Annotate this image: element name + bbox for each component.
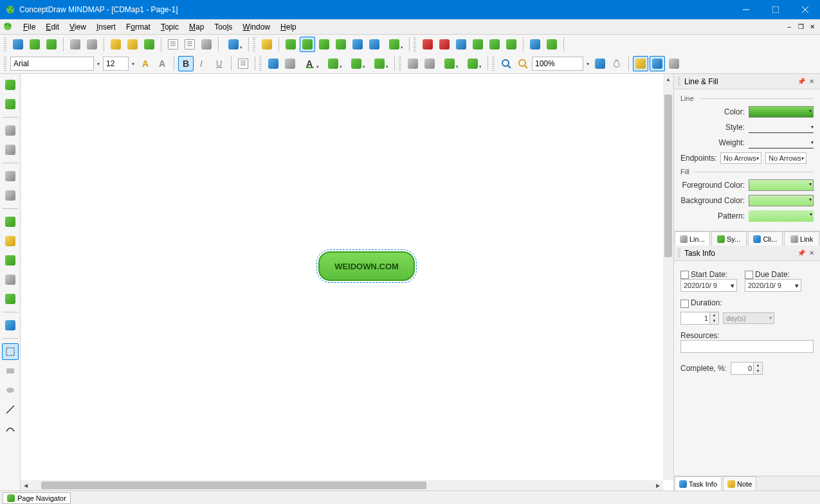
- toolbar-grip[interactable]: [4, 57, 6, 71]
- zoom-out-button[interactable]: [515, 56, 531, 71]
- italic-button[interactable]: I: [195, 56, 210, 71]
- tab-clipart[interactable]: Cli...: [748, 231, 783, 246]
- maximize-button[interactable]: [761, 0, 790, 19]
- save-button[interactable]: [44, 37, 59, 52]
- line-color-button[interactable]: [322, 56, 344, 71]
- export-ppt2-button[interactable]: [437, 37, 452, 52]
- fit-page-button[interactable]: [592, 56, 608, 71]
- sort-button[interactable]: [383, 37, 405, 52]
- start-date-input[interactable]: 2020/10/ 9▾: [680, 279, 737, 292]
- shadow-button[interactable]: [369, 56, 390, 71]
- map-view-button[interactable]: [544, 37, 560, 52]
- relationship-button[interactable]: [462, 56, 484, 71]
- paste-button[interactable]: [182, 37, 197, 52]
- zoom-in-button[interactable]: [498, 56, 514, 71]
- menu-map[interactable]: Map: [184, 20, 209, 34]
- boundary3-button[interactable]: [439, 56, 460, 71]
- pin-icon[interactable]: 📌: [797, 77, 806, 86]
- bold-button[interactable]: B: [178, 56, 194, 71]
- tab-note[interactable]: Note: [723, 476, 756, 491]
- menu-window[interactable]: Window: [237, 20, 275, 34]
- line-weight-selector[interactable]: ▾: [749, 137, 814, 148]
- font-selector[interactable]: Arial: [10, 57, 94, 71]
- tab-line[interactable]: Lin...: [675, 231, 710, 246]
- number-button[interactable]: [367, 37, 382, 52]
- line-tool-button[interactable]: [2, 401, 19, 418]
- add-topic-button[interactable]: [283, 37, 298, 52]
- due-date-input[interactable]: 2020/10/ 9▾: [745, 279, 801, 292]
- panel-close-button[interactable]: ✕: [807, 249, 816, 258]
- auto-arrange-button[interactable]: [316, 37, 332, 52]
- due-date-checkbox[interactable]: [745, 271, 753, 279]
- align-button[interactable]: [235, 56, 251, 71]
- duration-input[interactable]: 1▲▼: [680, 312, 719, 325]
- start-date-checkbox[interactable]: [680, 271, 689, 279]
- outline-button[interactable]: [350, 37, 365, 52]
- font-color-button[interactable]: A: [138, 56, 153, 71]
- duration-checkbox[interactable]: [680, 300, 689, 308]
- app-menu-icon[interactable]: [3, 21, 14, 33]
- toolbar-grip[interactable]: [253, 37, 255, 51]
- boundary1-button[interactable]: [405, 56, 421, 71]
- canvas[interactable]: WEIDOWN.COM: [21, 74, 663, 480]
- line-style-selector[interactable]: ▾: [749, 122, 814, 133]
- page-navigator-tab[interactable]: Page Navigator: [3, 492, 71, 504]
- toolbar-grip[interactable]: [4, 37, 6, 51]
- toolbar-grip[interactable]: [399, 57, 401, 71]
- redo-button[interactable]: [125, 37, 140, 52]
- line-style-button[interactable]: [345, 56, 367, 71]
- pan-button[interactable]: [609, 56, 624, 71]
- zoom-selector[interactable]: 100%: [532, 57, 583, 71]
- topic-shape-button[interactable]: [266, 56, 281, 71]
- note-button[interactable]: [2, 291, 19, 307]
- mdi-restore[interactable]: ❐: [796, 22, 806, 32]
- font-size-selector[interactable]: 12: [103, 57, 129, 71]
- menu-edit[interactable]: Edit: [41, 20, 64, 34]
- main-topic[interactable]: WEIDOWN.COM: [318, 251, 415, 281]
- export-ppt-button[interactable]: [420, 37, 435, 52]
- scrollbar-horizontal[interactable]: ◀▶: [21, 480, 663, 491]
- collapse-button[interactable]: [333, 37, 349, 52]
- toolbar-grip[interactable]: [414, 37, 416, 51]
- fill-color-button[interactable]: A: [299, 56, 321, 71]
- print-button[interactable]: [68, 37, 83, 52]
- menu-format[interactable]: Format: [121, 20, 156, 34]
- font-shadow-button[interactable]: A: [154, 56, 170, 71]
- callout-button[interactable]: [2, 122, 19, 139]
- endpoint-end-selector[interactable]: No Arrows▾: [765, 152, 806, 164]
- theme-button[interactable]: [223, 37, 244, 52]
- fg-color-swatch[interactable]: ▾: [749, 179, 814, 191]
- menu-tools[interactable]: Tools: [209, 20, 237, 34]
- icon-priority-button[interactable]: [2, 233, 19, 249]
- menu-file[interactable]: File: [18, 20, 41, 34]
- new-map-button[interactable]: [10, 37, 26, 52]
- bg-color-swatch[interactable]: ▾: [749, 195, 814, 206]
- image-button[interactable]: [2, 168, 19, 184]
- panel-close-button[interactable]: ✕: [807, 77, 816, 86]
- select-tool-button[interactable]: [2, 343, 19, 360]
- mdi-minimize[interactable]: –: [784, 22, 794, 32]
- toolbar-grip[interactable]: [492, 57, 495, 71]
- tab-link[interactable]: Link: [784, 231, 819, 246]
- brainstorm-button[interactable]: [259, 37, 275, 52]
- symbol-button[interactable]: [2, 317, 19, 334]
- arrange-button[interactable]: [300, 37, 315, 52]
- tab-taskinfo[interactable]: Task Info: [675, 476, 722, 491]
- extra-button[interactable]: [666, 56, 682, 71]
- curve-tool-button[interactable]: [2, 420, 19, 437]
- menu-topic[interactable]: Topic: [156, 20, 184, 34]
- hierarchy-button[interactable]: [527, 37, 543, 52]
- export-pdf-button[interactable]: [487, 37, 502, 52]
- attachment-button[interactable]: [2, 187, 19, 204]
- underline-button[interactable]: U: [212, 56, 227, 71]
- close-button[interactable]: [790, 0, 820, 19]
- add-subtopic-button[interactable]: [2, 96, 19, 113]
- export-project-button[interactable]: [470, 37, 486, 52]
- icon-flag-button[interactable]: [2, 252, 19, 269]
- endpoint-start-selector[interactable]: No Arrows▾: [720, 152, 761, 164]
- mdi-close[interactable]: ✕: [807, 22, 817, 32]
- refresh-button[interactable]: [141, 37, 157, 52]
- menu-help[interactable]: Help: [275, 20, 302, 34]
- rect-tool-button[interactable]: [2, 363, 19, 379]
- numbering-button[interactable]: [282, 56, 298, 71]
